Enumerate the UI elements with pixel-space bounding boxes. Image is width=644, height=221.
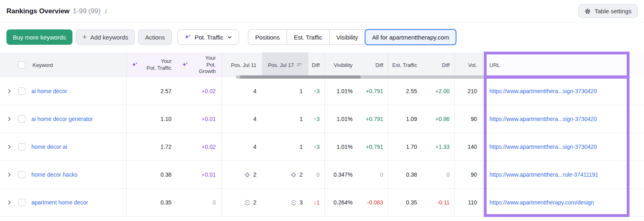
keyword-link[interactable]: apartment home decor — [31, 199, 88, 206]
expand-chevron-icon[interactable] — [6, 172, 12, 177]
table-row: ai home decor2.57+0.0241↑31.01%+0.7912.5… — [0, 77, 644, 105]
row-checkbox[interactable] — [18, 199, 25, 206]
tab-positions[interactable]: Positions — [248, 29, 287, 45]
pot-growth-cell: +0.02 — [177, 133, 222, 161]
expand-chevron-icon[interactable] — [6, 116, 12, 122]
keyword-link[interactable]: ai home decor generator — [31, 116, 93, 122]
pos-jul17-cell: 1 — [262, 105, 308, 133]
url-cell: https://www.apartmentthera...sign-373042… — [483, 133, 644, 161]
visibility-diff-value: 0 — [380, 171, 383, 178]
volume-cell: 210 — [455, 77, 483, 105]
volume-cell: 90 — [455, 161, 483, 188]
pot-growth-cell: +0.01 — [177, 161, 222, 188]
keyword-cell: apartment home decor — [0, 189, 127, 216]
url-link[interactable]: https://www.apartmentthera...sign-373042… — [489, 88, 597, 94]
scrollbar-thumb[interactable] — [240, 75, 361, 79]
pot-traffic-cell: 2.57 — [127, 77, 177, 105]
column-header-pot-traffic[interactable]: YourPot. Traffic — [127, 52, 177, 77]
column-header-pos-diff[interactable]: Diff — [308, 52, 325, 77]
visibility-cell: 1.01% — [325, 133, 358, 161]
pos-diff-cell: ↓1 — [308, 189, 325, 216]
est-traffic-cell: 0.35 — [388, 189, 423, 216]
volume-cell: 110 — [455, 189, 483, 216]
pos-jul17-cell: 2 — [262, 161, 308, 188]
expand-chevron-icon[interactable] — [6, 200, 12, 205]
est-traffic-diff-value: +0.86 — [436, 116, 450, 122]
table-row: apartment home decor0.35023↓10.264%-0.08… — [0, 189, 644, 217]
visibility-value: 1.01% — [336, 144, 353, 150]
keyword-link[interactable]: ai home decor — [31, 88, 67, 94]
visibility-diff-value: +0.791 — [366, 144, 383, 150]
column-header-keyword: Keyword — [0, 52, 127, 77]
column-header-visibility-diff[interactable]: Diff — [358, 52, 388, 77]
horizontal-scrollbar[interactable] — [236, 75, 592, 79]
volume-cell: 140 — [455, 133, 483, 161]
column-header-est-traffic-diff[interactable]: Diff — [423, 52, 455, 77]
keyword-link[interactable]: home decor ai — [31, 144, 67, 150]
info-icon[interactable]: i — [105, 8, 107, 15]
gear-icon — [584, 8, 591, 15]
sparkle-icon — [132, 62, 138, 68]
column-header-pot-growth-label: YourPot. Growth — [188, 55, 216, 75]
column-header-est-traffic[interactable]: Est. Traffic — [388, 52, 423, 77]
visibility-cell: 0.347% — [325, 161, 358, 188]
keyword-cell: home decor ai — [0, 133, 127, 161]
titlebar: Rankings Overview 1-99 (99) i Table sett… — [0, 0, 644, 23]
url-link[interactable]: https://www.apartmentthera...rule-374111… — [489, 171, 598, 178]
column-header-pos-jul17[interactable]: Pos. Jul 17 — [262, 52, 308, 77]
column-header-pot-growth[interactable]: YourPot. Growth — [177, 52, 222, 77]
url-link[interactable]: https://www.apartmentthera...sign-373042… — [489, 116, 597, 122]
column-header-url[interactable]: URL — [483, 52, 644, 77]
tab-visibility[interactable]: Visibility — [329, 29, 365, 45]
expand-chevron-icon[interactable] — [6, 144, 12, 150]
est-traffic-value: 1.70 — [406, 144, 417, 150]
tab-est-traffic[interactable]: Est. Traffic — [287, 29, 329, 45]
pot-growth-value: +0.02 — [202, 88, 216, 94]
visibility-value: 1.01% — [336, 88, 353, 94]
row-checkbox[interactable] — [18, 143, 25, 150]
keyword-cell: home decor hacks — [0, 161, 127, 188]
pos-diff-cell: ↑3 — [308, 133, 325, 161]
add-keywords-button[interactable]: + Add keywords — [76, 29, 135, 45]
visibility-diff-cell: -0.083 — [358, 189, 388, 216]
pos-diff-cell: ↑3 — [308, 105, 325, 133]
visibility-value: 1.01% — [336, 116, 353, 122]
pot-growth-value: +0.01 — [202, 171, 216, 178]
pot-growth-value: +0.01 — [202, 116, 216, 122]
url-link[interactable]: https://www.apartmenttherapy.com/design — [489, 199, 594, 206]
rankings-overview-page: { "header": { "title": "Rankings Overvie… — [0, 0, 644, 221]
pos-jul11-cell-value: 4 — [253, 88, 256, 94]
keyword-link[interactable]: home decor hacks — [31, 171, 77, 178]
est-traffic-cell: 2.55 — [388, 77, 423, 105]
buy-more-keywords-button[interactable]: Buy more keywords — [6, 29, 72, 45]
row-checkbox[interactable] — [18, 88, 25, 95]
pos-jul17-cell-value: 1 — [299, 144, 303, 150]
row-checkbox[interactable] — [18, 171, 25, 178]
chevron-down-icon — [227, 35, 232, 40]
tab-all-for-domain[interactable]: All for apartmenttherapy.com — [365, 29, 456, 45]
row-checkbox[interactable] — [18, 115, 25, 123]
pot-growth-cell: +0.02 — [177, 77, 222, 105]
table-row: home decor ai1.72+0.0241↑31.01%+0.7911.7… — [0, 133, 644, 161]
link-icon — [244, 200, 250, 206]
column-header-visibility[interactable]: Visibility — [325, 52, 358, 77]
column-header-keyword-label: Keyword — [33, 62, 53, 68]
table-row: ai home decor generator1.10+0.0141↑31.01… — [0, 105, 644, 133]
est-traffic-value: 2.55 — [406, 88, 417, 94]
visibility-cell: 1.01% — [325, 77, 358, 105]
actions-button[interactable]: Actions — [138, 29, 171, 45]
keyword-cell: ai home decor generator — [0, 105, 127, 133]
column-header-pos-jul11[interactable]: Pos. Jul 11 — [222, 52, 262, 77]
expand-chevron-icon[interactable] — [6, 88, 12, 94]
url-cell: https://www.apartmentthera...rule-374111… — [483, 161, 644, 188]
est-traffic-cell: 1.09 — [388, 105, 423, 133]
metric-dropdown[interactable]: Pot. Traffic — [178, 29, 239, 45]
visibility-diff-cell: +0.791 — [358, 77, 388, 105]
visibility-diff-value: -0.083 — [367, 199, 383, 206]
url-link[interactable]: https://www.apartmentthera...sign-373042… — [489, 144, 597, 150]
column-header-vol[interactable]: Vol. — [455, 52, 483, 77]
table-settings-button[interactable]: Table settings — [578, 4, 638, 18]
header-checkbox[interactable] — [18, 61, 25, 69]
pot-traffic-value: 2.57 — [161, 88, 171, 94]
visibility-diff-value: +0.791 — [366, 116, 383, 122]
